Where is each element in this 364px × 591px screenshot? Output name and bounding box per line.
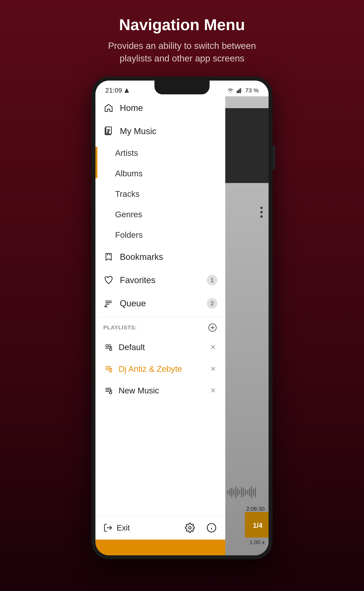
playlist-dj-antiz-close[interactable]: ✕ <box>209 365 217 373</box>
info-icon <box>206 523 217 533</box>
battery-text: 73 % <box>245 87 259 94</box>
speed-block: 1/4 <box>245 512 269 538</box>
playlist-item-new-music[interactable]: New Music ✕ <box>95 380 225 402</box>
add-playlist-button[interactable] <box>208 323 217 333</box>
queue-icon <box>103 298 114 309</box>
content-area: 2:06:30 1/4 1.00 x <box>225 96 269 555</box>
waveform <box>227 484 266 500</box>
svg-rect-3 <box>240 88 241 93</box>
playlist-icon-default <box>103 342 114 353</box>
svg-point-24 <box>109 348 112 350</box>
music-library-icon <box>103 126 114 136</box>
page-subtitle: Provides an ability to switch betweenpla… <box>108 39 256 65</box>
screen-content: Home My M <box>95 96 269 555</box>
my-music-label: My Music <box>120 126 156 136</box>
page-title: Navigation Menu <box>108 16 256 34</box>
playlist-new-music-close[interactable]: ✕ <box>209 386 217 395</box>
nav-sub-item-artists[interactable]: Artists <box>95 143 225 163</box>
info-button[interactable] <box>206 522 217 534</box>
home-label: Home <box>120 103 143 113</box>
status-icons: 73 % <box>227 87 259 94</box>
exit-label: Exit <box>117 524 130 532</box>
playlist-icon-dj-antiz <box>103 364 114 374</box>
nav-item-home[interactable]: Home <box>95 96 225 120</box>
nav-triangle-icon <box>124 88 130 93</box>
svg-rect-4 <box>241 88 242 93</box>
playlists-label: PLAYLISTS: <box>103 324 137 331</box>
queue-label: Queue <box>120 298 146 308</box>
playlist-dj-antiz-label: Dj Antiz & Zebyte <box>119 364 204 374</box>
albums-label: Albums <box>115 169 143 178</box>
artists-label: Artists <box>115 148 138 158</box>
svg-point-30 <box>109 370 112 372</box>
settings-button[interactable] <box>184 522 196 534</box>
favorites-label: Favorites <box>120 275 156 285</box>
svg-text:1/4: 1/4 <box>253 521 262 529</box>
bookmark-icon <box>103 252 114 262</box>
phone-notch <box>155 81 209 94</box>
exit-icon <box>103 523 113 532</box>
queue-badge: 2 <box>207 298 217 309</box>
playlist-default-label: Default <box>119 343 204 352</box>
folders-label: Folders <box>115 230 143 240</box>
page-header: Navigation Menu Provides an ability to s… <box>108 0 256 65</box>
track-time: 2:06:30 <box>246 506 265 512</box>
bookmarks-label: Bookmarks <box>120 252 163 262</box>
active-indicator <box>95 147 98 178</box>
bottom-icons <box>184 522 217 534</box>
nav-sub-item-folders[interactable]: Folders <box>95 225 225 245</box>
heart-icon <box>103 275 114 285</box>
svg-rect-1 <box>237 91 238 93</box>
exit-button[interactable]: Exit <box>103 523 130 532</box>
nav-item-favorites[interactable]: Favorites 1 <box>95 269 225 292</box>
playlist-item-default[interactable]: Default ✕ <box>95 336 225 358</box>
bottom-bar: Exit <box>95 516 225 540</box>
svg-marker-0 <box>124 88 129 93</box>
status-time: 21:09 <box>105 87 130 94</box>
playlist-item-dj-antiz[interactable]: Dj Antiz & Zebyte ✕ <box>95 358 225 380</box>
home-icon <box>103 103 114 113</box>
orange-strip <box>95 540 225 555</box>
three-dots-menu[interactable] <box>260 207 263 218</box>
playlist-default-close[interactable]: ✕ <box>209 343 217 352</box>
wifi-icon <box>227 88 234 93</box>
playback-speed: 1.00 x <box>250 539 265 545</box>
playlist-new-music-label: New Music <box>119 386 204 395</box>
phone-frame: 21:09 73 <box>91 77 273 559</box>
favorites-badge: 1 <box>207 275 217 285</box>
svg-line-11 <box>109 130 110 131</box>
playlists-header: PLAYLISTS: <box>95 317 225 336</box>
genres-label: Genres <box>115 210 142 219</box>
signal-icon <box>237 88 243 93</box>
content-inner: 2:06:30 1/4 1.00 x <box>225 96 269 555</box>
phone-screen: 21:09 73 <box>95 81 269 555</box>
svg-rect-2 <box>238 89 239 93</box>
settings-icon <box>185 523 195 533</box>
nav-item-my-music[interactable]: My Music <box>95 120 225 143</box>
nav-item-queue[interactable]: Queue 2 <box>95 292 225 315</box>
svg-point-40 <box>189 527 191 529</box>
nav-sub-item-tracks[interactable]: Tracks <box>95 184 225 204</box>
nav-drawer: Home My M <box>95 96 225 555</box>
album-art <box>225 108 269 183</box>
spacer <box>95 402 225 516</box>
nav-sub-item-albums[interactable]: Albums <box>95 163 225 184</box>
playlist-icon-new-music <box>103 385 114 396</box>
speed-icon: 1/4 <box>251 519 263 531</box>
nav-sub-item-genres[interactable]: Genres <box>95 204 225 225</box>
svg-point-36 <box>109 391 112 394</box>
tracks-label: Tracks <box>115 189 139 199</box>
nav-item-bookmarks[interactable]: Bookmarks <box>95 245 225 269</box>
